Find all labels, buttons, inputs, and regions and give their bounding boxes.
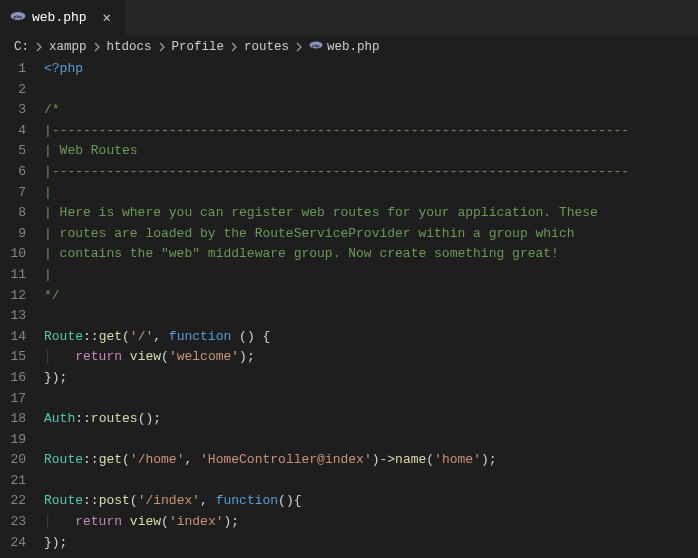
code-line[interactable]: | [44, 183, 698, 204]
breadcrumb[interactable]: C: xampp htdocs Profile routes php web.p… [0, 35, 698, 59]
code-line[interactable]: Auth::routes(); [44, 409, 698, 430]
chevron-right-icon [293, 41, 305, 53]
line-number: 5 [0, 141, 26, 162]
line-number: 6 [0, 162, 26, 183]
chevron-right-icon [91, 41, 103, 53]
code-line[interactable]: | Here is where you can register web rou… [44, 203, 698, 224]
line-number: 2 [0, 80, 26, 101]
breadcrumb-item[interactable]: Profile [172, 40, 225, 54]
code-line[interactable]: | Web Routes [44, 141, 698, 162]
line-number: 8 [0, 203, 26, 224]
tab-web-php[interactable]: php web.php ✕ [0, 0, 125, 35]
code-line[interactable]: | routes are loaded by the RouteServiceP… [44, 224, 698, 245]
code-line[interactable]: }); [44, 368, 698, 389]
line-number: 18 [0, 409, 26, 430]
code-line[interactable]: Route::post('/index', function(){ [44, 491, 698, 512]
code-line[interactable]: <?php [44, 59, 698, 80]
code-line[interactable]: |---------------------------------------… [44, 121, 698, 142]
breadcrumb-item[interactable]: xampp [49, 40, 87, 54]
code-line[interactable]: */ [44, 286, 698, 307]
line-number: 17 [0, 389, 26, 410]
code-line[interactable] [44, 306, 698, 327]
line-number: 10 [0, 244, 26, 265]
line-number: 3 [0, 100, 26, 121]
breadcrumb-item[interactable]: routes [244, 40, 289, 54]
code-line[interactable]: │ return view('welcome'); [44, 347, 698, 368]
line-number-gutter: 123456789101112131415161718192021222324 [0, 59, 44, 553]
code-line[interactable] [44, 80, 698, 101]
close-icon[interactable]: ✕ [99, 9, 115, 26]
code-line[interactable]: |---------------------------------------… [44, 162, 698, 183]
svg-text:php: php [312, 43, 320, 48]
breadcrumb-item[interactable]: C: [14, 40, 29, 54]
code-content[interactable]: <?php /*|-------------------------------… [44, 59, 698, 553]
php-icon: php [10, 8, 26, 28]
line-number: 23 [0, 512, 26, 533]
line-number: 20 [0, 450, 26, 471]
line-number: 7 [0, 183, 26, 204]
code-line[interactable]: Route::get('/home', 'HomeController@inde… [44, 450, 698, 471]
code-line[interactable]: }); [44, 533, 698, 554]
line-number: 21 [0, 471, 26, 492]
code-line[interactable]: │ return view('index'); [44, 512, 698, 533]
tab-label: web.php [32, 10, 87, 25]
code-line[interactable]: | contains the "web" middleware group. N… [44, 244, 698, 265]
breadcrumb-item[interactable]: web.php [327, 40, 380, 54]
php-icon: php [309, 38, 323, 56]
line-number: 19 [0, 430, 26, 451]
code-line[interactable] [44, 430, 698, 451]
svg-text:php: php [14, 13, 23, 18]
code-editor[interactable]: 123456789101112131415161718192021222324 … [0, 59, 698, 553]
chevron-right-icon [228, 41, 240, 53]
tab-bar: php web.php ✕ [0, 0, 698, 35]
line-number: 13 [0, 306, 26, 327]
line-number: 1 [0, 59, 26, 80]
line-number: 24 [0, 533, 26, 554]
code-line[interactable]: | [44, 265, 698, 286]
line-number: 4 [0, 121, 26, 142]
line-number: 9 [0, 224, 26, 245]
line-number: 22 [0, 491, 26, 512]
chevron-right-icon [156, 41, 168, 53]
code-line[interactable] [44, 471, 698, 492]
line-number: 11 [0, 265, 26, 286]
code-line[interactable] [44, 389, 698, 410]
line-number: 12 [0, 286, 26, 307]
breadcrumb-item[interactable]: htdocs [107, 40, 152, 54]
line-number: 16 [0, 368, 26, 389]
chevron-right-icon [33, 41, 45, 53]
code-line[interactable]: /* [44, 100, 698, 121]
line-number: 14 [0, 327, 26, 348]
code-line[interactable]: Route::get('/', function () { [44, 327, 698, 348]
line-number: 15 [0, 347, 26, 368]
